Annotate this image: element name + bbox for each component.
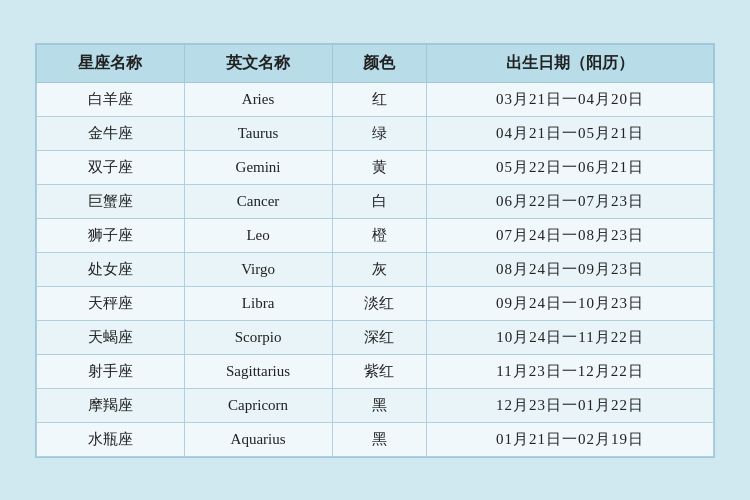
cell-dates: 01月21日一02月19日 (427, 422, 714, 456)
cell-dates: 06月22日一07月23日 (427, 184, 714, 218)
cell-chinese-name: 天蝎座 (37, 320, 185, 354)
table-header-row: 星座名称 英文名称 颜色 出生日期（阳历） (37, 44, 714, 82)
cell-color: 红 (332, 82, 427, 116)
cell-color: 深红 (332, 320, 427, 354)
cell-english-name: Leo (184, 218, 332, 252)
table-row: 双子座Gemini黄05月22日一06月21日 (37, 150, 714, 184)
cell-dates: 10月24日一11月22日 (427, 320, 714, 354)
cell-dates: 04月21日一05月21日 (427, 116, 714, 150)
cell-color: 橙 (332, 218, 427, 252)
cell-chinese-name: 天秤座 (37, 286, 185, 320)
cell-chinese-name: 巨蟹座 (37, 184, 185, 218)
cell-color: 淡红 (332, 286, 427, 320)
cell-english-name: Virgo (184, 252, 332, 286)
cell-chinese-name: 双子座 (37, 150, 185, 184)
cell-english-name: Capricorn (184, 388, 332, 422)
cell-english-name: Sagittarius (184, 354, 332, 388)
cell-chinese-name: 水瓶座 (37, 422, 185, 456)
cell-dates: 08月24日一09月23日 (427, 252, 714, 286)
table-row: 水瓶座Aquarius黑01月21日一02月19日 (37, 422, 714, 456)
cell-english-name: Gemini (184, 150, 332, 184)
cell-english-name: Aquarius (184, 422, 332, 456)
cell-chinese-name: 射手座 (37, 354, 185, 388)
cell-dates: 05月22日一06月21日 (427, 150, 714, 184)
cell-dates: 11月23日一12月22日 (427, 354, 714, 388)
cell-chinese-name: 摩羯座 (37, 388, 185, 422)
cell-chinese-name: 白羊座 (37, 82, 185, 116)
cell-color: 黄 (332, 150, 427, 184)
cell-color: 白 (332, 184, 427, 218)
zodiac-table-container: 星座名称 英文名称 颜色 出生日期（阳历） 白羊座Aries红03月21日一04… (35, 43, 715, 458)
cell-dates: 03月21日一04月20日 (427, 82, 714, 116)
table-body: 白羊座Aries红03月21日一04月20日金牛座Taurus绿04月21日一0… (37, 82, 714, 456)
header-chinese-name: 星座名称 (37, 44, 185, 82)
cell-color: 紫红 (332, 354, 427, 388)
cell-dates: 12月23日一01月22日 (427, 388, 714, 422)
cell-english-name: Taurus (184, 116, 332, 150)
table-row: 天蝎座Scorpio深红10月24日一11月22日 (37, 320, 714, 354)
cell-color: 灰 (332, 252, 427, 286)
zodiac-table: 星座名称 英文名称 颜色 出生日期（阳历） 白羊座Aries红03月21日一04… (36, 44, 714, 457)
cell-chinese-name: 狮子座 (37, 218, 185, 252)
table-row: 射手座Sagittarius紫红11月23日一12月22日 (37, 354, 714, 388)
cell-chinese-name: 金牛座 (37, 116, 185, 150)
cell-color: 黑 (332, 422, 427, 456)
table-row: 金牛座Taurus绿04月21日一05月21日 (37, 116, 714, 150)
cell-chinese-name: 处女座 (37, 252, 185, 286)
cell-color: 黑 (332, 388, 427, 422)
cell-english-name: Aries (184, 82, 332, 116)
cell-english-name: Libra (184, 286, 332, 320)
cell-dates: 07月24日一08月23日 (427, 218, 714, 252)
cell-dates: 09月24日一10月23日 (427, 286, 714, 320)
table-row: 白羊座Aries红03月21日一04月20日 (37, 82, 714, 116)
cell-english-name: Cancer (184, 184, 332, 218)
cell-color: 绿 (332, 116, 427, 150)
table-row: 摩羯座Capricorn黑12月23日一01月22日 (37, 388, 714, 422)
table-row: 处女座Virgo灰08月24日一09月23日 (37, 252, 714, 286)
header-color: 颜色 (332, 44, 427, 82)
header-english-name: 英文名称 (184, 44, 332, 82)
cell-english-name: Scorpio (184, 320, 332, 354)
table-row: 天秤座Libra淡红09月24日一10月23日 (37, 286, 714, 320)
table-row: 巨蟹座Cancer白06月22日一07月23日 (37, 184, 714, 218)
header-dates: 出生日期（阳历） (427, 44, 714, 82)
table-row: 狮子座Leo橙07月24日一08月23日 (37, 218, 714, 252)
